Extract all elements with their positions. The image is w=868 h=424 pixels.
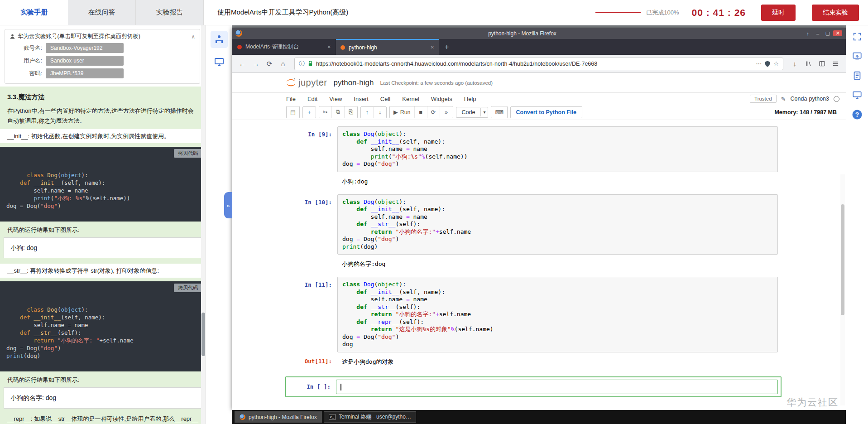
menu-help[interactable]: Help: [464, 96, 476, 102]
browser-tab-modelarts[interactable]: ModelArts-管理控制台 ✕: [233, 39, 336, 55]
progress-label: 已完成100%: [646, 9, 679, 17]
chevron-up-icon[interactable]: ∧: [191, 34, 195, 40]
minimize-button[interactable]: –: [813, 31, 822, 36]
fullscreen-icon[interactable]: [851, 31, 863, 43]
init-term-line: __init__: 初始化函数,在创建实例对象时,为实例属性赋值使用。: [0, 129, 206, 143]
cell-type-select[interactable]: Code ▾: [456, 107, 489, 118]
taskbar-item-terminal[interactable]: >_ Terminal 终端 - user@pytho…: [324, 411, 416, 423]
cell-input[interactable]: class Dog(object): def __init__(self, na…: [337, 194, 778, 255]
report-icon[interactable]: [851, 70, 863, 82]
page-actions-icon[interactable]: ⋯: [756, 60, 762, 67]
notebook-cells-area: In [9]: class Dog(object): def __init__(…: [232, 120, 846, 410]
url-text[interactable]: https://notebook01-modelarts-cnnorth4.hu…: [316, 61, 753, 67]
copy-cell-button[interactable]: ⧉: [332, 106, 345, 118]
result-box-2: 小狗的名字: dog: [4, 387, 202, 409]
window-titlebar[interactable]: python-high - Mozilla Firefox ↑ – ▢ ✕: [232, 28, 846, 39]
stop-button[interactable]: ■: [415, 106, 427, 118]
taskbar-item-firefox[interactable]: python-high - Mozilla Firefox: [235, 411, 322, 423]
menu-kernel[interactable]: Kernel: [402, 96, 419, 102]
end-experiment-button[interactable]: 结束实验: [812, 5, 859, 21]
close-button[interactable]: ✕: [833, 30, 842, 36]
bookmark-star-icon[interactable]: ☆: [773, 60, 779, 67]
menu-file[interactable]: File: [286, 96, 296, 102]
browser-tab-python-high[interactable]: python-high ✕: [336, 39, 439, 55]
add-cell-button[interactable]: +: [303, 107, 316, 118]
password-value[interactable]: JheMPB.*539: [46, 68, 124, 78]
manual-scrollbar-thumb[interactable]: [201, 313, 205, 357]
manual-scrollbar[interactable]: [201, 25, 206, 424]
copy-code-button[interactable]: 拷贝代码: [174, 284, 202, 292]
menu-edit[interactable]: Edit: [307, 96, 317, 102]
command-palette-button[interactable]: ⌨: [491, 106, 507, 118]
run-button[interactable]: ▶Run: [390, 106, 415, 118]
cell-input[interactable]: class Dog(object): def __init__(self, na…: [337, 277, 778, 352]
menu-widgets[interactable]: Widgets: [431, 96, 452, 102]
window-title: python-high - Mozilla Firefox: [242, 30, 802, 37]
new-tab-button[interactable]: +: [439, 39, 454, 55]
menu-cell[interactable]: Cell: [380, 96, 390, 102]
restart-kernel-button[interactable]: ⟳: [427, 106, 440, 118]
countdown-timer: 00 : 41 : 26: [692, 7, 746, 18]
download-icon[interactable]: ↓: [789, 58, 801, 70]
jupyter-logo[interactable]: jupyter: [285, 77, 327, 88]
collapse-panel-handle[interactable]: «: [224, 192, 232, 218]
menu-icon[interactable]: [830, 58, 841, 70]
tab-close-icon[interactable]: ✕: [431, 45, 434, 50]
remote-desktop-button[interactable]: [211, 53, 228, 71]
forward-button[interactable]: →: [250, 58, 262, 70]
window-up-icon[interactable]: ↑: [803, 31, 812, 36]
kernel-status-icon: [834, 96, 839, 102]
experiment-desk-button[interactable]: [211, 31, 228, 48]
sidebar-icon[interactable]: [816, 58, 828, 70]
cell-input[interactable]: class Dog(object): def __init__(self, na…: [337, 126, 778, 172]
convert-to-python-button[interactable]: Convert to Python File: [510, 106, 582, 118]
account-row: 用户名: Sandbox-user: [10, 56, 195, 66]
page-scrollbar-thumb[interactable]: [841, 204, 844, 315]
kernel-name: Conda-python3: [791, 96, 829, 102]
trusted-badge[interactable]: Trusted: [750, 95, 777, 103]
username-value[interactable]: Sandbox-user: [46, 56, 124, 66]
tab-close-icon[interactable]: ✕: [327, 44, 331, 49]
tab-experiment-manual[interactable]: 实验手册: [0, 0, 68, 25]
menu-view[interactable]: View: [329, 96, 342, 102]
desk-icon: [214, 34, 225, 45]
home-button[interactable]: ⌂: [277, 58, 289, 70]
site-info-icon[interactable]: ⓘ: [299, 60, 305, 68]
move-cell-up-button[interactable]: ↑: [361, 107, 374, 118]
tab-online-qa[interactable]: 在线问答: [68, 0, 136, 25]
code-cell[interactable]: In [11]: class Dog(object): def __init__…: [232, 276, 846, 353]
watermark: 华为云社区: [786, 396, 839, 409]
page-title: 使用ModelArts中开发工具学习Python(高级): [217, 8, 348, 17]
cell-input-active[interactable]: [336, 380, 778, 395]
output-prompt: [232, 259, 337, 268]
code-cell[interactable]: In [9]: class Dog(object): def __init__(…: [232, 125, 846, 173]
back-button[interactable]: ←: [236, 58, 248, 70]
tab-experiment-report[interactable]: 实验报告: [136, 0, 204, 25]
screen-share-icon[interactable]: [851, 50, 863, 62]
input-prompt: In [11]:: [232, 277, 337, 352]
cut-cell-button[interactable]: ✂: [319, 106, 332, 118]
save-button[interactable]: ▤: [287, 106, 299, 118]
maximize-button[interactable]: ▢: [823, 30, 832, 36]
selected-code-cell[interactable]: In [ ]:: [285, 376, 782, 398]
shield-icon[interactable]: [765, 61, 770, 67]
paste-cell-button[interactable]: ⎘: [345, 106, 357, 118]
firefox-icon: [235, 30, 242, 37]
right-toolbar-rail: ?: [846, 25, 868, 424]
copy-code-button[interactable]: 拷贝代码: [174, 149, 202, 158]
reload-button[interactable]: ⟳: [264, 58, 275, 70]
account-name-value[interactable]: Sandbox-Voyager192: [46, 43, 124, 53]
restart-run-all-button[interactable]: »: [440, 106, 453, 118]
url-bar[interactable]: ⓘ https://notebook01-modelarts-cnnorth4.…: [294, 58, 783, 70]
manual-content: 3.3.魔法方法 在Python中,有一些内置好的特定的方法,这些方法在进行特定…: [0, 87, 206, 424]
menu-insert[interactable]: Insert: [354, 96, 369, 102]
cell-output: 小狗:dog: [232, 173, 846, 193]
help-icon[interactable]: ?: [851, 109, 863, 120]
desktop-icon[interactable]: [851, 89, 863, 101]
library-icon[interactable]: [802, 58, 814, 70]
extend-time-button[interactable]: 延时: [761, 5, 796, 21]
notebook-title[interactable]: python-high: [334, 78, 374, 87]
move-cell-down-button[interactable]: ↓: [374, 107, 386, 118]
code-cell[interactable]: In [10]: class Dog(object): def __init__…: [232, 193, 846, 256]
page-scrollbar[interactable]: [840, 174, 845, 405]
